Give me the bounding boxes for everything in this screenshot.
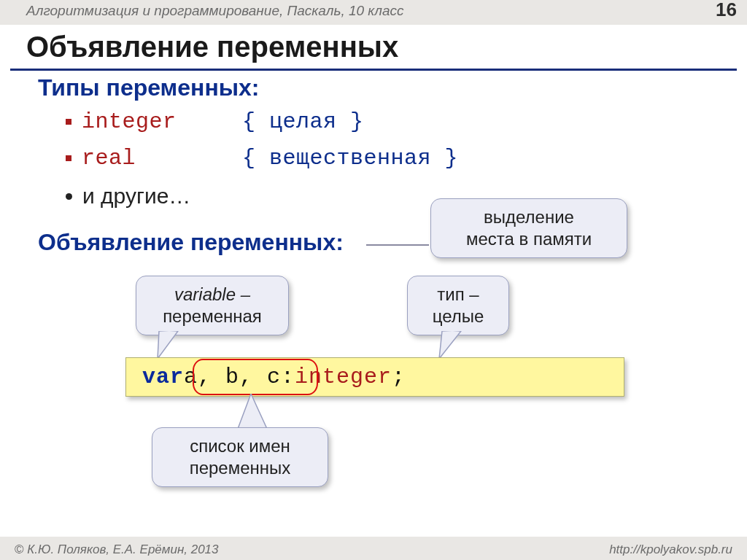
type-comment: { вещественная } <box>242 146 458 171</box>
callout-variable: variable – переменная <box>136 276 289 335</box>
svg-marker-0 <box>158 331 178 359</box>
callout-memory: выделение места в памяти <box>430 198 627 258</box>
heading-types: Типы переменных: <box>38 74 260 101</box>
type-keyword: real <box>82 146 232 171</box>
callout-line: переменных <box>166 457 314 479</box>
code-type: integer <box>295 365 392 389</box>
type-comment: { целая } <box>242 109 364 134</box>
callout-line: список имен <box>166 435 314 457</box>
code-semicolon: ; <box>392 365 406 389</box>
type-row-integer: integer { целая } <box>66 109 364 134</box>
page-number: 16 <box>716 0 737 21</box>
connector-line <box>366 244 429 246</box>
svg-marker-4 <box>238 394 267 429</box>
code-var-names: a, b, c <box>184 365 281 389</box>
course-label: Алгоритмизация и программирование, Паска… <box>26 3 404 19</box>
callout-tail-icon <box>235 394 279 430</box>
code-colon: : <box>281 365 295 389</box>
type-keyword: integer <box>82 109 232 134</box>
bullet-icon <box>66 193 72 200</box>
callout-tail-icon <box>153 331 190 360</box>
copyright-icon: © <box>15 542 24 556</box>
copyright-text: К.Ю. Поляков, Е.А. Ерёмин, 2013 <box>27 542 218 556</box>
callout-tail-icon <box>436 331 473 360</box>
code-box: var a, b, c : integer ; <box>125 357 624 397</box>
callout-line: переменная <box>150 306 275 327</box>
bullet-icon <box>66 155 71 161</box>
footer-url: http://kpolyakov.spb.ru <box>609 542 732 557</box>
callout-line: места в памяти <box>444 228 614 250</box>
copyright: © К.Ю. Поляков, Е.А. Ерёмин, 2013 <box>15 542 219 557</box>
title-rule <box>10 69 737 71</box>
type-other-text: и другие… <box>82 184 190 209</box>
bullet-icon <box>66 119 71 125</box>
callout-line: тип – <box>421 284 495 306</box>
svg-marker-2 <box>439 331 461 359</box>
code-keyword-var: var <box>142 365 184 389</box>
callout-names: список имен переменных <box>152 427 328 487</box>
heading-declaration: Объявление переменных: <box>38 229 344 256</box>
callout-line: целые <box>421 306 495 327</box>
callout-line: выделение <box>444 206 614 228</box>
slide-title: Объявление переменных <box>26 31 398 63</box>
callout-line: variable – <box>150 284 275 306</box>
type-row-other: и другие… <box>66 184 190 209</box>
type-row-real: real { вещественная } <box>66 146 458 171</box>
callout-type: тип – целые <box>407 276 509 335</box>
